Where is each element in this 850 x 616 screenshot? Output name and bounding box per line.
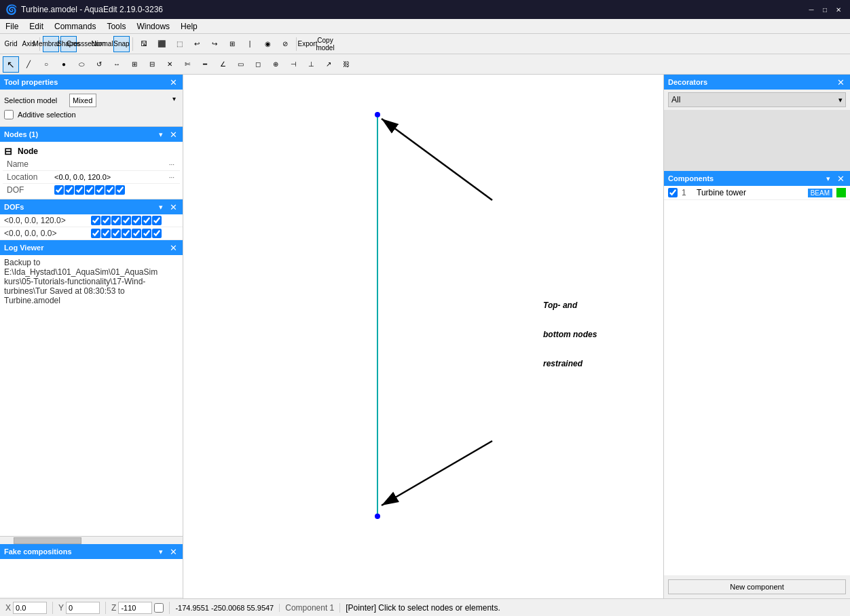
dof-r1-c3[interactable] (111, 216, 121, 225)
dash-tool[interactable]: ━ (197, 56, 213, 73)
fake-comp-expand[interactable]: ▾ (158, 547, 164, 557)
toolbar-main: Grid Axis Membranes Shapes Crosssection … (0, 34, 850, 54)
dof-check-1[interactable] (54, 185, 64, 195)
y-input[interactable] (66, 602, 100, 614)
dof-r2-c7[interactable] (152, 229, 162, 238)
ellipse-tool[interactable]: ⬭ (73, 56, 90, 73)
mirror-tool[interactable]: ↔ (109, 56, 125, 73)
menu-help[interactable]: Help (175, 20, 203, 33)
minimize-button[interactable]: ─ (805, 3, 817, 16)
angle-tool[interactable]: ∠ (215, 56, 231, 73)
tool-icon-2[interactable]: ⬛ (153, 36, 170, 52)
z-label: Z (111, 603, 116, 613)
tool-icon-4[interactable]: ↩ (189, 36, 205, 52)
dofs-expand[interactable]: ▾ (158, 202, 164, 212)
selection-model-select[interactable]: Mixed (69, 94, 96, 107)
tool-icon-7[interactable]: | (242, 36, 258, 52)
plus-tool[interactable]: ⊕ (267, 56, 284, 73)
xsplit-tool[interactable]: ✕ (162, 56, 178, 73)
menu-edit[interactable]: Edit (24, 20, 49, 33)
export-button[interactable]: Export (299, 36, 316, 52)
log-scrollbar-h[interactable] (0, 536, 183, 544)
canvas-area[interactable]: Top- andbottom nodesrestrained (183, 75, 663, 598)
tool-icon-8[interactable]: ◉ (259, 36, 276, 52)
components-close[interactable]: ✕ (836, 174, 846, 184)
grid-button[interactable]: Grid (3, 36, 19, 52)
log-close[interactable]: ✕ (168, 243, 179, 253)
dof-label: DOF (7, 185, 54, 195)
copy-model-button[interactable]: Copy model (317, 36, 333, 52)
dof-r2-c2[interactable] (101, 229, 111, 238)
dof-check-4[interactable] (85, 185, 94, 195)
tool-properties-close[interactable]: ✕ (168, 77, 179, 88)
tool-icon-5[interactable]: ↪ (206, 36, 223, 52)
tool-properties-controls: ✕ (168, 77, 179, 88)
pin-tool[interactable]: ⊥ (303, 56, 319, 73)
dof-r2-c4[interactable] (122, 229, 131, 238)
nodes-expand[interactable]: ▾ (158, 130, 164, 140)
normals-button[interactable]: Normals (96, 36, 112, 52)
dof-r1-c1[interactable] (91, 216, 100, 225)
scale-tool[interactable]: ⊟ (144, 56, 160, 73)
split-tool[interactable]: ⊣ (285, 56, 301, 73)
decorators-close[interactable]: ✕ (836, 77, 846, 88)
log-title: Log Viewer (4, 244, 43, 252)
nodes-close[interactable]: ✕ (168, 130, 179, 140)
menu-windows[interactable]: Windows (131, 20, 175, 33)
disk-tool[interactable]: ● (56, 56, 72, 73)
tool-icon-3[interactable]: ⬚ (171, 36, 187, 52)
x-input[interactable] (13, 602, 47, 614)
cut-tool[interactable]: ✄ (179, 56, 196, 73)
decorators-dropdown[interactable]: All (668, 92, 846, 107)
dof-r1-c7[interactable] (152, 216, 162, 225)
dof-r1-c5[interactable] (132, 216, 141, 225)
menu-commands[interactable]: Commands (49, 20, 101, 33)
log-scroll-thumb[interactable] (14, 537, 81, 544)
line-tool[interactable]: ╱ (20, 56, 37, 73)
dof-check-7[interactable] (115, 185, 125, 195)
tool-icon-9[interactable]: ⊘ (277, 36, 293, 52)
dof-r1-c6[interactable] (142, 216, 151, 225)
decorators-dropdown-value: All (671, 95, 680, 104)
node-name-row: Name ··· (3, 158, 180, 171)
tool-icon-1[interactable]: 🖫 (136, 36, 152, 52)
fake-comp-close[interactable]: ✕ (168, 547, 179, 557)
decorators-header: Decorators ✕ (664, 75, 850, 90)
close-button[interactable]: ✕ (832, 3, 845, 16)
menu-tools[interactable]: Tools (101, 20, 131, 33)
bend-tool[interactable]: ↗ (320, 56, 337, 73)
dof-check-2[interactable] (64, 185, 74, 195)
dof-check-3[interactable] (75, 185, 84, 195)
component-checkbox-1[interactable] (668, 188, 678, 197)
dof-r2-c5[interactable] (132, 229, 141, 238)
maximize-button[interactable]: □ (819, 3, 831, 16)
z-input[interactable] (118, 602, 152, 614)
menu-file[interactable]: File (0, 20, 24, 33)
rect-tool[interactable]: ▭ (232, 56, 248, 73)
rotate-tool[interactable]: ↺ (91, 56, 107, 73)
dof-check-6[interactable] (105, 185, 115, 195)
snap-button[interactable]: Snap (113, 36, 130, 52)
components-expand[interactable]: ▾ (825, 174, 832, 184)
name-dots-button[interactable]: ··· (168, 161, 176, 168)
dof-r2-c1[interactable] (91, 229, 100, 238)
dofs-close[interactable]: ✕ (168, 202, 179, 212)
dof-r2-c6[interactable] (142, 229, 151, 238)
link-tool[interactable]: ⛓ (338, 56, 354, 73)
dof-r2-c3[interactable] (111, 229, 121, 238)
dof-row-2: <0.0, 0.0, 0.0> (0, 227, 183, 240)
dof-r1-c2[interactable] (101, 216, 111, 225)
z-checkbox[interactable] (154, 603, 164, 613)
dof-r1-c4[interactable] (122, 216, 131, 225)
annotation-text: Top- andbottom nodesrestrained (543, 285, 663, 373)
circle-tool[interactable]: ○ (38, 56, 54, 73)
pointer-tool[interactable]: ↖ (3, 56, 19, 73)
new-component-button[interactable]: New component (668, 579, 846, 594)
grid-tool[interactable]: ⊞ (126, 56, 143, 73)
location-dots-button[interactable]: ··· (168, 174, 176, 181)
node-label: Node (18, 147, 38, 156)
additive-selection-checkbox[interactable] (4, 110, 14, 119)
dof-check-5[interactable] (95, 185, 105, 195)
tool-icon-6[interactable]: ⊞ (224, 36, 240, 52)
select-tool[interactable]: ◻ (250, 56, 266, 73)
